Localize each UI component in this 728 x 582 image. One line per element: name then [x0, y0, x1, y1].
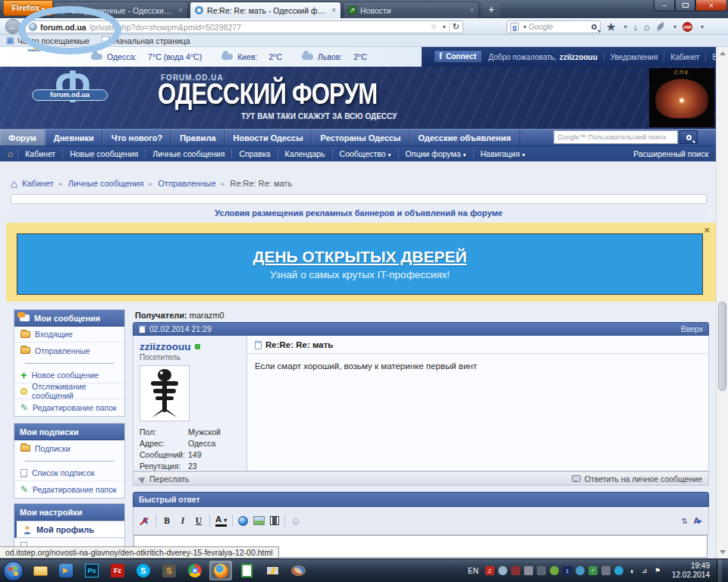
nav-tab-classifieds[interactable]: Одесские объявления: [410, 130, 520, 146]
ad-close-icon[interactable]: ×: [704, 225, 710, 235]
taskbar-clock[interactable]: 19:4912.02.2014: [672, 562, 710, 580]
chevron-down-icon[interactable]: [521, 23, 526, 30]
sidebar-item-my-profile[interactable]: Мой профиль: [14, 521, 124, 538]
sidebar-item-sent[interactable]: Отправленные: [14, 343, 124, 358]
home-icon[interactable]: ⌂: [644, 21, 650, 33]
weather-kiev[interactable]: Киев: 2°C: [221, 52, 282, 61]
close-tab-icon[interactable]: ×: [178, 6, 183, 14]
scroll-up-icon[interactable]: [720, 52, 726, 55]
ad-terms-link[interactable]: Условия размещения рекламных баннеров и …: [215, 208, 502, 217]
reload-icon[interactable]: ↻: [453, 22, 460, 32]
antivirus-tray-icon[interactable]: Z: [485, 566, 494, 575]
insert-link-icon[interactable]: [238, 516, 248, 526]
new-tab-button[interactable]: +: [482, 3, 500, 17]
cloud-tray-icon[interactable]: [498, 566, 507, 575]
ad-banner[interactable]: ДЕНЬ ОТКРЫТЫХ ДВЕРЕЙ Узнай о самых круты…: [17, 233, 703, 295]
subnav-usercp[interactable]: Кабинет: [17, 149, 62, 158]
forward-button[interactable]: Переслать: [140, 474, 189, 483]
messenger-tray-icon[interactable]: [576, 566, 585, 575]
remove-format-button[interactable]: A: [140, 516, 150, 525]
usercp-link[interactable]: Кабинет: [664, 53, 699, 61]
nav-tab-restaurants[interactable]: Рестораны Одессы: [312, 130, 410, 146]
minimize-button[interactable]: –: [654, 0, 675, 11]
italic-button[interactable]: I: [177, 516, 188, 525]
forum-logo-ellipse[interactable]: [18, 6, 121, 55]
avatar[interactable]: [140, 365, 190, 421]
taskbar-media-player[interactable]: [55, 561, 77, 580]
nav-tab-news[interactable]: Новости Одессы: [225, 130, 312, 146]
subnav-help[interactable]: Справка: [231, 149, 277, 158]
torrent-tray-icon[interactable]: [614, 566, 623, 575]
display-tray-icon[interactable]: [537, 566, 546, 575]
subnav-forum-options[interactable]: Опции форума: [398, 149, 473, 158]
scrollbar[interactable]: [716, 47, 728, 559]
taskbar-chrome[interactable]: [184, 561, 206, 580]
volume-icon[interactable]: ◖: [627, 566, 636, 575]
close-window-button[interactable]: ×: [695, 0, 727, 11]
subnav-community[interactable]: Сообщество: [332, 149, 398, 158]
header-art-banner[interactable]: СПК: [649, 68, 714, 127]
sidebar-item-edit-folders[interactable]: Редактирование папок: [14, 481, 124, 497]
nav-tab-whats-new[interactable]: Что нового?: [103, 130, 171, 146]
maximize-button[interactable]: [675, 0, 695, 11]
addon-feather-icon[interactable]: [655, 22, 665, 31]
media-tray-icon[interactable]: [601, 566, 610, 575]
search-icon[interactable]: [592, 24, 597, 30]
taskbar-firefox[interactable]: [209, 561, 232, 580]
start-button[interactable]: [3, 561, 24, 581]
nav-tab-rules[interactable]: Правила: [171, 130, 224, 146]
subnav-navigation[interactable]: Навигация: [473, 149, 532, 158]
close-tab-icon[interactable]: ×: [331, 6, 336, 14]
insert-image-icon[interactable]: [253, 516, 265, 525]
forum-search-button[interactable]: [679, 130, 698, 144]
home-icon[interactable]: ⌂: [8, 149, 13, 159]
password-manager-tray-icon[interactable]: 1: [563, 566, 572, 575]
action-center-flag-icon[interactable]: ⚑: [653, 566, 662, 575]
updater-tray-icon[interactable]: [550, 566, 559, 575]
sidebar-item-edit-folders[interactable]: Редактирование папок: [14, 399, 124, 415]
subnav-private-messages[interactable]: Личные сообщения: [145, 149, 231, 158]
insert-video-icon[interactable]: [270, 516, 279, 525]
sidebar-item-new-message[interactable]: Новое сообщение: [14, 368, 124, 383]
chevron-down-icon[interactable]: [698, 23, 704, 30]
weather-lvov[interactable]: Львов: 2°C: [302, 52, 367, 61]
taskbar-skype[interactable]: S: [132, 561, 155, 580]
audio-tray-icon[interactable]: [511, 566, 520, 575]
taskbar-explorer[interactable]: [29, 561, 52, 580]
taskbar-paint[interactable]: [287, 561, 309, 580]
chevron-down-icon[interactable]: [622, 23, 627, 30]
bold-button[interactable]: B: [162, 516, 172, 525]
back-to-top-link[interactable]: Вверх: [681, 324, 703, 333]
sidebar-item-inbox[interactable]: Входящие: [14, 327, 124, 343]
tab-current-message[interactable]: Re:Re: Re: мать - Одесский форум ×: [190, 2, 341, 18]
taskbar-remote-desktop[interactable]: [261, 561, 284, 580]
chevron-down-icon[interactable]: [441, 23, 446, 30]
smiley-icon[interactable]: [290, 514, 300, 527]
chevron-down-icon[interactable]: [671, 23, 676, 30]
resize-icon[interactable]: ⇅: [681, 517, 687, 525]
downloads-icon[interactable]: ↓: [633, 21, 639, 33]
breadcrumb-sent[interactable]: Отправленные: [158, 179, 215, 188]
scroll-down-icon[interactable]: [720, 550, 726, 554]
sidebar-item-subscription-list[interactable]: Список подписок: [14, 465, 124, 481]
sidebar-item-tracking[interactable]: Отслеживание сообщений: [14, 383, 124, 399]
scrollbar-thumb[interactable]: [718, 302, 726, 391]
taskbar-photoshop[interactable]: Ps: [80, 561, 103, 580]
network-icon[interactable]: ⊿: [640, 566, 649, 575]
subnav-calendar[interactable]: Календарь: [278, 149, 332, 158]
author-name-link[interactable]: zziizzoouu: [140, 341, 240, 352]
facebook-connect-button[interactable]: fConnect: [434, 50, 482, 63]
language-indicator[interactable]: EN: [468, 567, 479, 575]
toggle-editor-icon[interactable]: A: [694, 517, 702, 525]
breadcrumb-private-messages[interactable]: Личные сообщения: [68, 179, 144, 188]
browser-search-box[interactable]: g Google: [507, 20, 601, 33]
bookmark-star-icon[interactable]: ☆: [430, 22, 438, 32]
sidebar-item-subscriptions[interactable]: Подписки: [14, 440, 124, 456]
advanced-search-link[interactable]: Расширенный поиск: [633, 149, 708, 158]
current-username-link[interactable]: zziizzoouu: [560, 53, 598, 61]
reply-button[interactable]: Ответить на личное сообщение: [572, 474, 702, 483]
weather-odessa[interactable]: Одесса: 7°C (вода 4°C): [91, 52, 202, 61]
breadcrumb-usercp[interactable]: Кабинет: [22, 179, 54, 188]
bookmarks-panel-icon[interactable]: ★: [607, 21, 616, 33]
taskbar-filezilla[interactable]: Fz: [106, 561, 129, 580]
